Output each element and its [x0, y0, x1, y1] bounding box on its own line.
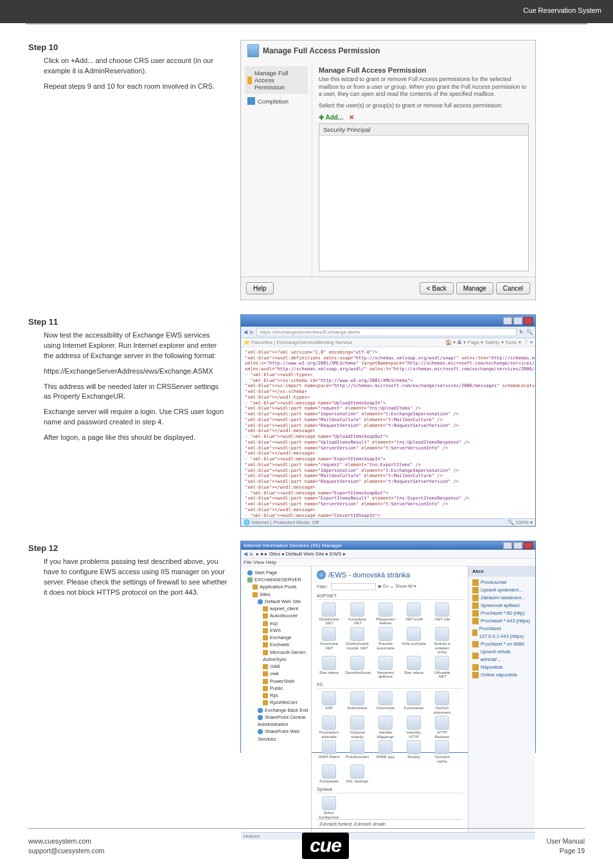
feature-icon[interactable]: SSL Settings: [345, 764, 369, 784]
zoom-label[interactable]: 🔍 100% ▾: [508, 520, 533, 525]
nav-label-2: Completion: [258, 98, 289, 105]
tree-node[interactable]: Sites: [242, 591, 310, 598]
refresh-icon[interactable]: ↻: [519, 329, 524, 335]
search-icon[interactable]: 🔍: [526, 329, 533, 335]
tree-node[interactable]: Start Page: [242, 569, 310, 576]
tree-node[interactable]: Rpc: [242, 692, 310, 699]
tree-node[interactable]: aspnet_client: [242, 605, 310, 612]
view-tabs[interactable]: Zobrazit funkce Zobrazit obsah: [317, 819, 463, 828]
wizard-step-completion[interactable]: Completion: [245, 94, 308, 108]
browser-body[interactable]: "xml-blue"><?xml version="1.0" encoding=…: [241, 347, 535, 518]
action-link[interactable]: Prozkoumat: [472, 579, 531, 586]
filter-input[interactable]: [331, 583, 376, 590]
feature-icon[interactable]: Výchozí dokument: [430, 691, 454, 714]
tree-node[interactable]: Public: [242, 685, 310, 692]
action-link[interactable]: Procházet *:443 (https): [472, 617, 531, 625]
back-icon[interactable]: ◀: [244, 329, 247, 335]
principal-listbox[interactable]: Security Principal: [319, 123, 529, 271]
feature-icon[interactable]: .NET role: [430, 602, 454, 626]
feature-icon[interactable]: .NET profil: [402, 602, 426, 626]
tree-node[interactable]: Exchange: [242, 634, 310, 641]
feature-icon[interactable]: Výstupní cache: [430, 740, 454, 763]
feature-icon[interactable]: Kompresse: [402, 691, 426, 714]
feature-icon[interactable]: Uživatelé .NET: [430, 656, 454, 679]
feature-icon[interactable]: MIME typy: [373, 740, 398, 763]
close-button[interactable]: [524, 317, 533, 325]
tree-node[interactable]: EXCHANGESERVER: [242, 576, 310, 583]
action-link[interactable]: Upravit oprávnění...: [472, 586, 531, 594]
feature-icon[interactable]: Nastavení aplikace: [373, 656, 398, 679]
tree-node[interactable]: OAB: [242, 663, 310, 670]
go-button[interactable]: ▶ Go: [378, 584, 389, 589]
feature-icon[interactable]: Globalizace .NET: [317, 602, 341, 626]
feature-icon[interactable]: Editor konfigurace: [317, 796, 341, 819]
manage-button[interactable]: Manage: [456, 282, 493, 294]
feature-icon[interactable]: Protokolování: [345, 740, 369, 763]
tree-node[interactable]: Microsoft-Server-ActiveSync: [242, 649, 310, 664]
feature-icon[interactable]: ASP: [317, 691, 341, 714]
tree-node[interactable]: owa: [242, 670, 310, 677]
feature-icon[interactable]: Připojovací řetězec: [373, 602, 398, 626]
tree-node[interactable]: Default Web Site: [242, 598, 310, 605]
remove-button[interactable]: ✕: [349, 114, 354, 121]
feature-icon[interactable]: Požadavek: [317, 764, 341, 784]
forward-icon[interactable]: ▶: [250, 329, 254, 335]
help-button[interactable]: Help: [246, 282, 274, 294]
feature-icon[interactable]: Hlavičky HTTP: [402, 716, 426, 739]
feature-icon[interactable]: Pravidla autorizace: [373, 627, 398, 655]
action-link[interactable]: Spravovat aplikaci: [472, 602, 531, 610]
feature-icon[interactable]: Klíče počítače: [402, 627, 426, 655]
tree-node[interactable]: SharePoint Web Services: [242, 728, 310, 743]
close-button[interactable]: [524, 542, 533, 549]
show-all[interactable]: Show All ▾: [395, 584, 416, 589]
tree-node[interactable]: Autodiscover: [242, 612, 310, 619]
tree-node[interactable]: EWS: [242, 627, 310, 634]
feature-icon[interactable]: ISAPI Filters: [317, 740, 341, 763]
action-link[interactable]: Procházet *:80 (http): [472, 610, 531, 617]
feature-icon[interactable]: Stav relace: [317, 656, 341, 679]
feature-icon[interactable]: Handler Mappings: [373, 716, 398, 739]
wizard-step-manage[interactable]: Manage Full Access Permission: [245, 66, 308, 94]
feature-icon[interactable]: HTTP Redirect: [430, 716, 454, 739]
favorites-label[interactable]: ⭐ Favorites | ExchangeServiceBinding Ser…: [244, 339, 353, 345]
action-link[interactable]: Nápověda: [472, 664, 531, 671]
feature-icon[interactable]: Kompilace .NET: [345, 602, 369, 626]
tree-node[interactable]: SharePoint Central Administration: [242, 714, 310, 728]
feature-icon[interactable]: Chybové stránky: [345, 716, 369, 739]
feature-icon[interactable]: Autorizace: [373, 691, 398, 714]
feature-icon[interactable]: Zprostředkovat: [345, 656, 369, 679]
feature-icon[interactable]: Procházení adresáře: [317, 716, 341, 739]
tree-node[interactable]: ecp: [242, 620, 310, 627]
feature-icon[interactable]: Moduly: [402, 740, 426, 763]
feature-icon[interactable]: Autentizace: [345, 691, 369, 714]
action-link[interactable]: Základní nastavení...: [472, 594, 531, 602]
cancel-button[interactable]: Cancel: [496, 282, 530, 294]
minimize-button[interactable]: [503, 542, 512, 549]
xml-line: "xml-blue"><wsdl:part name="UploadItemsR…: [245, 440, 531, 446]
action-link[interactable]: Procházet * on 8080: [472, 640, 531, 648]
tree-node[interactable]: PowerShell: [242, 678, 310, 685]
tree-node[interactable]: Exchange Back End: [242, 707, 310, 714]
action-link[interactable]: Procházet 127.0.0.1:443 (https): [472, 625, 531, 640]
maximize-button[interactable]: [513, 542, 522, 549]
breadcrumb[interactable]: ▸ ● ▸ Sites ▸ Default Web Site ▸ EWS ▸: [256, 551, 346, 557]
feature-icon[interactable]: Autorizace .NET: [317, 627, 341, 655]
tree-node[interactable]: Exchweb: [242, 641, 310, 648]
tree-node[interactable]: RpcWithCert: [242, 699, 310, 706]
action-link[interactable]: Online nápověda: [472, 671, 531, 679]
back-button[interactable]: < Back: [420, 282, 454, 294]
menubar[interactable]: File View Help: [241, 559, 535, 566]
nav-back-icon[interactable]: ◀: [244, 551, 247, 557]
feature-icon[interactable]: Stav relace: [402, 656, 426, 679]
action-link[interactable]: Upravit virtuál. adresář...: [472, 648, 531, 664]
tree-node[interactable]: Application Pools: [242, 583, 310, 590]
xml-line: xmlns:wsdl="http://schemas.xmlsoap.org/w…: [245, 366, 531, 372]
maximize-button[interactable]: [513, 317, 522, 325]
address-bar[interactable]: https://exchangeserver/ews/Exchange.asmx: [256, 328, 517, 336]
iis-tree[interactable]: Start PageEXCHANGESERVERApplication Pool…: [241, 566, 312, 833]
add-button[interactable]: ✚ Add...: [319, 114, 343, 121]
nav-fwd-icon[interactable]: ▶: [250, 551, 254, 557]
feature-icon[interactable]: Stránky a ovládací prvky: [430, 627, 454, 655]
minimize-button[interactable]: [503, 317, 512, 325]
feature-icon[interactable]: Důvěryhodné úrovně .NET: [345, 627, 369, 655]
